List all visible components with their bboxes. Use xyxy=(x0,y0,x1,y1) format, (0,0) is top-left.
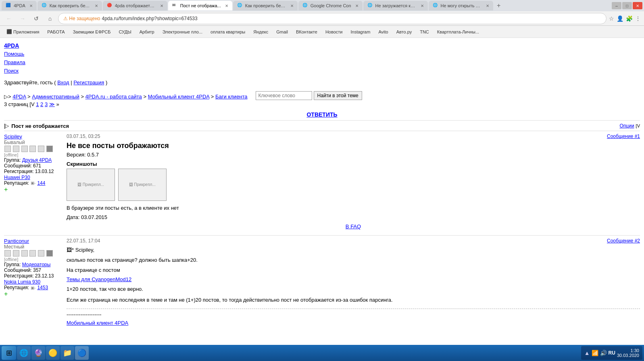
tab-favicon-5: 🌐 xyxy=(237,3,243,8)
post2-line4: Если же страница не последняя в теме и т… xyxy=(67,296,640,305)
title-bar: 🟦 4PDA ✕ 🌐 Как проверить без... ✕ 🔴 4pda… xyxy=(0,0,644,11)
tab-close-4[interactable]: ✕ xyxy=(225,4,228,8)
taskbar-icon-app3[interactable]: 🟡 xyxy=(46,346,60,360)
breadcrumb-4pda[interactable]: 4PDA xyxy=(13,94,26,100)
tab-close-2[interactable]: ✕ xyxy=(95,4,98,8)
extensions-icon[interactable]: 🧩 xyxy=(626,15,633,22)
site-logo[interactable]: 4PDA xyxy=(4,41,640,50)
maximize-button[interactable]: □ xyxy=(622,2,632,9)
reload-button[interactable]: ↺ xyxy=(31,13,42,24)
taskbar: ⊞ 🌐 🔮 🟡 📁 🔵 ▲ 📶 🔊 RU 1:30 30.03.2020 xyxy=(0,345,644,361)
post2-theme-link[interactable]: Темы для CyanogenMod12 xyxy=(67,276,131,282)
bookmark-payment[interactable]: оплата квартиры xyxy=(207,27,248,36)
page-content: 4PDA Помощь Правила Поиск Здравствуйте, … xyxy=(0,38,644,353)
post2-author-link[interactable]: Panticonur xyxy=(4,238,29,244)
tab-kak1[interactable]: 🌐 Как проверить без... ✕ xyxy=(38,1,102,10)
post2-num-link[interactable]: Сообщение #2 xyxy=(607,238,640,244)
post1-rep-link[interactable]: 144 xyxy=(37,180,45,186)
tab-post-not-shown[interactable]: ✉ Пост не отобража... ✕ xyxy=(168,1,232,10)
post1-plus-icon[interactable]: + xyxy=(4,186,8,193)
tab-close-6[interactable]: ✕ xyxy=(355,4,358,8)
page-3-link[interactable]: 3 xyxy=(45,101,48,107)
tab-favicon-1: 🟦 xyxy=(6,3,11,8)
post2-rep-link[interactable]: 1453 xyxy=(37,285,48,290)
page-1-link[interactable]: 1 xyxy=(36,101,39,107)
tab-kak2[interactable]: 🌐 Как проверить без... ✕ xyxy=(233,1,298,10)
bookmark-work[interactable]: РАБОТА xyxy=(44,27,68,36)
post1-header: 03.07.15, 03:25 Сообщение #1 xyxy=(67,134,640,139)
reply-button[interactable]: ОТВЕТИТЬ xyxy=(306,111,337,118)
tab-close-7[interactable]: ✕ xyxy=(421,4,424,8)
close-button[interactable]: ✕ xyxy=(633,2,642,9)
tab-close-1[interactable]: ✕ xyxy=(29,4,33,8)
bookmark-electronics[interactable]: Электронные пло... xyxy=(159,27,206,36)
minimize-button[interactable]: – xyxy=(612,2,621,9)
tab-4pda[interactable]: 🟦 4PDA ✕ xyxy=(2,1,37,10)
register-link[interactable]: Регистрация xyxy=(73,79,104,86)
post2-rep-plus-row: + xyxy=(4,290,63,298)
site-nav-rules[interactable]: Правила xyxy=(4,58,640,67)
keyword-search-input[interactable] xyxy=(256,91,312,100)
post2-body: 🖼* Scipiley, сколько постов на странице?… xyxy=(67,246,640,327)
bookmark-avito[interactable]: Avito xyxy=(375,27,391,36)
post1-device-link[interactable]: Huawei P30 xyxy=(4,175,30,180)
next-arrow-link[interactable]: ≫ xyxy=(49,101,55,107)
bookmark-courts[interactable]: СУДЫ xyxy=(115,27,134,36)
tab-close-8[interactable]: ✕ xyxy=(486,4,489,8)
tab-no-load[interactable]: 🌐 Не загружается ко... ✕ xyxy=(363,1,428,10)
tab-label-1: 4PDA xyxy=(14,3,25,8)
post2-plus-icon[interactable]: + xyxy=(4,290,8,297)
taskbar-icon-app2[interactable]: 🔮 xyxy=(31,346,45,360)
bookmark-star-icon[interactable]: ☆ xyxy=(609,15,614,22)
address-input[interactable]: ⚠ Не защищено 4pda.ru/forum/index.php?sh… xyxy=(58,13,606,24)
tray-language[interactable]: RU xyxy=(609,350,615,356)
start-button[interactable]: ⊞ xyxy=(2,346,16,360)
tab-4pda-shows[interactable]: 🔴 4pda отображается... ✕ xyxy=(103,1,167,10)
back-button[interactable]: ← xyxy=(3,13,15,24)
bookmark-arbitr[interactable]: Арбитр xyxy=(136,27,158,36)
search-in-topic-button[interactable]: Найти в этой теме xyxy=(314,91,362,100)
tray-arrow-icon[interactable]: ▲ xyxy=(584,350,590,356)
taskbar-icon-files[interactable]: 📁 xyxy=(60,346,74,360)
site-nav-help[interactable]: Помощь xyxy=(4,50,640,58)
taskbar-icon-browser[interactable]: 🌐 xyxy=(17,346,31,360)
post1-group-link[interactable]: Друзья 4PDA xyxy=(22,157,52,163)
breadcrumb-work[interactable]: 4PDA.ru - работа сайта xyxy=(85,94,142,100)
home-button[interactable]: ⌂ xyxy=(44,13,56,24)
profile-icon[interactable]: 👤 xyxy=(617,15,623,22)
breadcrumb-client[interactable]: Мобильный клиент 4PDA xyxy=(148,94,210,100)
bookmark-instagram[interactable]: Instagram xyxy=(347,27,373,36)
bookmark-avto[interactable]: Авто.ру xyxy=(393,27,415,36)
page-2-link[interactable]: 2 xyxy=(40,101,43,107)
bookmark-efrsb[interactable]: Заемщики ЕФРСБ xyxy=(70,27,114,36)
bookmark-news[interactable]: Новости xyxy=(322,27,346,36)
post2-device-link[interactable]: Nokia Lumia 930 xyxy=(4,279,40,285)
bookmark-apps[interactable]: ⬛ Приложения xyxy=(3,27,42,36)
tab-no-open[interactable]: 🌐 Не могу открыть са... ✕ xyxy=(429,1,493,10)
bookmark-tnc[interactable]: TNC xyxy=(417,27,432,36)
tab-close-5[interactable]: ✕ xyxy=(290,4,294,8)
breadcrumb-bugtracker[interactable]: Баги клиента xyxy=(215,94,248,100)
menu-icon[interactable]: ⋮ xyxy=(635,15,641,22)
post2-sig-link[interactable]: Мобильный клиент 4PDA xyxy=(67,320,128,326)
bookmark-vk[interactable]: ВКонтакте xyxy=(293,27,321,36)
window-controls: – □ ✕ xyxy=(612,2,642,9)
breadcrumb-admin[interactable]: Административный xyxy=(32,94,79,100)
post2-signature: -------------------- Мобильный клиент 4P… xyxy=(67,309,640,328)
bookmark-gmail[interactable]: Gmail xyxy=(273,27,291,36)
site-nav-search[interactable]: Поиск xyxy=(4,67,640,75)
p2-star3 xyxy=(21,250,28,257)
login-link[interactable]: Вход xyxy=(57,79,69,86)
forward-button[interactable]: → xyxy=(17,13,28,24)
tab-close-3[interactable]: ✕ xyxy=(160,4,163,8)
faq-link[interactable]: В FAQ xyxy=(346,223,361,230)
new-tab-button[interactable]: + xyxy=(494,1,504,10)
bookmark-kvartplata[interactable]: Квартплата-Личны... xyxy=(434,27,482,36)
taskbar-icon-chrome[interactable]: 🔵 xyxy=(75,346,89,360)
options-link[interactable]: Опции xyxy=(619,123,634,129)
tab-chrome-con[interactable]: 🌐 Google Chrome Con ✕ xyxy=(298,1,363,10)
bookmark-yandex[interactable]: Яндекс xyxy=(250,27,271,36)
post1-author-link[interactable]: Scipiley xyxy=(4,134,22,140)
post1-num-link[interactable]: Сообщение #1 xyxy=(607,134,640,139)
post2-group-link[interactable]: Модераторы xyxy=(22,262,51,267)
